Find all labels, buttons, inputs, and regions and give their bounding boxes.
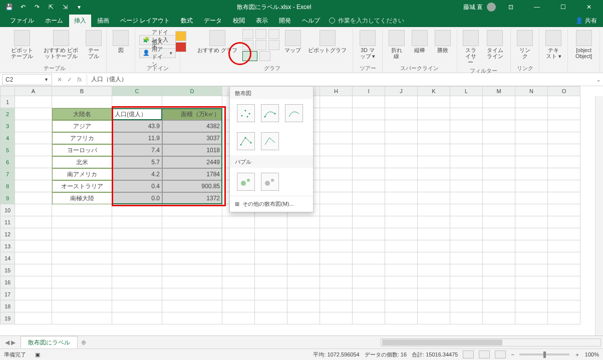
qat-more-icon[interactable]: ▾ (73, 2, 85, 13)
cell-C7[interactable]: 4.2 (112, 168, 162, 180)
cell-N18[interactable] (515, 300, 548, 312)
row-header-12[interactable]: 12 (0, 228, 15, 240)
cell-C11[interactable] (112, 216, 162, 228)
cell-J4[interactable] (385, 132, 418, 144)
name-box[interactable]: C2 ▼ (2, 74, 52, 85)
cell-L8[interactable] (450, 180, 483, 192)
cell-I16[interactable] (353, 276, 385, 288)
cell-E17[interactable] (222, 288, 255, 300)
cell-J18[interactable] (385, 300, 418, 312)
cell-G19[interactable] (287, 312, 320, 324)
cell-H17[interactable] (320, 288, 353, 300)
tell-me[interactable]: 作業を入力してください (329, 17, 404, 25)
cell-A11[interactable] (15, 216, 52, 228)
row-header-11[interactable]: 11 (0, 216, 15, 228)
cell-C8[interactable]: 0.4 (112, 180, 162, 192)
row-header-5[interactable]: 5 (0, 144, 15, 156)
cell-O16[interactable] (548, 276, 580, 288)
row-header-2[interactable]: 2 (0, 108, 15, 120)
row-header-10[interactable]: 10 (0, 204, 15, 216)
cell-C18[interactable] (112, 300, 162, 312)
cell-L15[interactable] (450, 264, 483, 276)
cell-O19[interactable] (548, 312, 580, 324)
cell-B3[interactable]: アジア (52, 120, 112, 132)
my-addins-button[interactable]: 👤個人用アドイン▾ (139, 48, 176, 58)
cell-N12[interactable] (515, 228, 548, 240)
cell-L11[interactable] (450, 216, 483, 228)
cell-B2[interactable]: 大陸名 (52, 108, 112, 120)
cell-K19[interactable] (418, 312, 450, 324)
cell-J12[interactable] (385, 228, 418, 240)
cell-A1[interactable] (15, 96, 52, 108)
cell-N17[interactable] (515, 288, 548, 300)
timeline-button[interactable]: タイム ライン (483, 29, 506, 60)
cell-F12[interactable] (255, 228, 287, 240)
cell-L2[interactable] (450, 108, 483, 120)
cell-G16[interactable] (287, 276, 320, 288)
cell-C6[interactable]: 5.7 (112, 156, 162, 168)
cell-N2[interactable] (515, 108, 548, 120)
cell-N5[interactable] (515, 144, 548, 156)
bing-maps-icon[interactable] (175, 31, 186, 41)
cell-C5[interactable]: 7.4 (112, 144, 162, 156)
cell-E12[interactable] (222, 228, 255, 240)
cell-L5[interactable] (450, 144, 483, 156)
cell-G18[interactable] (287, 300, 320, 312)
cell-E19[interactable] (222, 312, 255, 324)
cell-B8[interactable]: オーストラリア (52, 180, 112, 192)
cell-J16[interactable] (385, 276, 418, 288)
tab-data[interactable]: データ (199, 15, 227, 27)
column-header-D[interactable]: D (162, 86, 222, 96)
cell-K8[interactable] (418, 180, 450, 192)
horizontal-scrollbar[interactable] (381, 338, 601, 346)
cell-A2[interactable] (15, 108, 52, 120)
cell-K1[interactable] (418, 96, 450, 108)
cell-A9[interactable] (15, 192, 52, 204)
cell-L3[interactable] (450, 120, 483, 132)
fx-icon[interactable]: fx (77, 76, 82, 83)
cell-O10[interactable] (548, 204, 580, 216)
cell-I15[interactable] (353, 264, 385, 276)
zoom-slider[interactable] (519, 353, 569, 355)
column-header-K[interactable]: K (418, 86, 450, 96)
cell-I14[interactable] (353, 252, 385, 264)
cell-M3[interactable] (483, 120, 515, 132)
cell-A14[interactable] (15, 252, 52, 264)
qat-btn-4[interactable]: ⇱ (45, 2, 57, 13)
maps-button[interactable]: マップ (282, 29, 303, 54)
cell-K4[interactable] (418, 132, 450, 144)
cell-H8[interactable] (320, 180, 353, 192)
cell-J19[interactable] (385, 312, 418, 324)
cell-J7[interactable] (385, 168, 418, 180)
cell-K5[interactable] (418, 144, 450, 156)
cell-A10[interactable] (15, 204, 52, 216)
row-header-4[interactable]: 4 (0, 132, 15, 144)
cell-C3[interactable]: 43.9 (112, 120, 162, 132)
cell-B5[interactable]: ヨーロッパ (52, 144, 112, 156)
cell-L10[interactable] (450, 204, 483, 216)
formula-input[interactable]: 人口（億人） (87, 74, 594, 85)
cell-A15[interactable] (15, 264, 52, 276)
pie-chart-icon[interactable] (268, 29, 279, 39)
cell-N3[interactable] (515, 120, 548, 132)
cell-B6[interactable]: 北米 (52, 156, 112, 168)
cell-K12[interactable] (418, 228, 450, 240)
cell-I8[interactable] (353, 180, 385, 192)
row-header-1[interactable]: 1 (0, 96, 15, 108)
scatter-lines-icon[interactable] (261, 132, 279, 150)
cell-L9[interactable] (450, 192, 483, 204)
row-header-8[interactable]: 8 (0, 180, 15, 192)
text-button[interactable]: テキスト ▾ (543, 29, 563, 60)
cell-N8[interactable] (515, 180, 548, 192)
cell-F14[interactable] (255, 252, 287, 264)
pivotchart-button[interactable]: ピボットグラフ (306, 29, 349, 54)
sheet-tab-active[interactable]: 散布図にラベル (21, 336, 78, 348)
column-header-H[interactable]: H (320, 86, 353, 96)
cell-M2[interactable] (483, 108, 515, 120)
cell-M5[interactable] (483, 144, 515, 156)
cell-O6[interactable] (548, 156, 580, 168)
cell-D1[interactable] (162, 96, 222, 108)
cell-L7[interactable] (450, 168, 483, 180)
cell-D2[interactable]: 面積（万k㎡） (162, 108, 222, 120)
cell-A13[interactable] (15, 240, 52, 252)
